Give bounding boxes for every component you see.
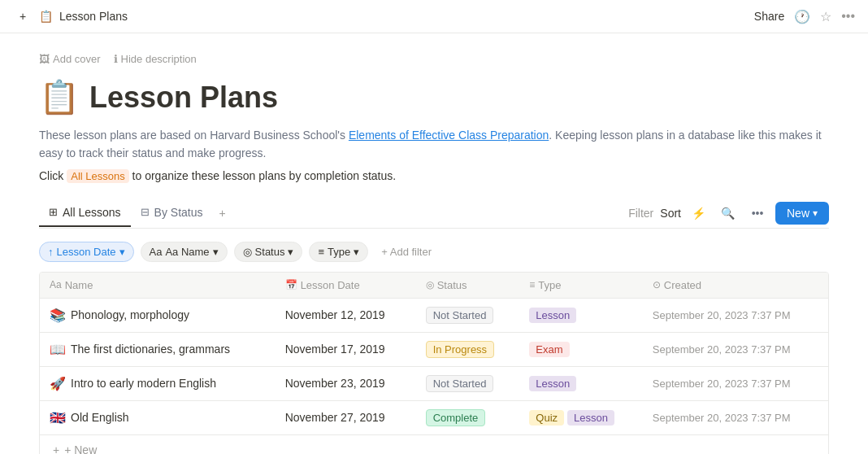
name-filter[interactable]: Aa Aa Name ▾ xyxy=(141,242,228,262)
description-link[interactable]: Elements of Effective Class Preparation xyxy=(349,129,549,142)
board-icon: ⊟ xyxy=(141,206,150,218)
cell-type-1: Exam xyxy=(519,332,642,366)
cell-name-2: 🚀Intro to early modern English xyxy=(40,366,276,400)
chevron-down-icon: ▾ xyxy=(354,246,359,258)
cell-type-3: QuizLesson xyxy=(519,400,642,434)
add-page-button[interactable]: + xyxy=(13,7,33,26)
more-options-button[interactable]: ••• xyxy=(746,202,769,225)
cell-date-1: November 17, 2019 xyxy=(276,332,416,366)
page-title-breadcrumb: Lesson Plans xyxy=(59,10,128,23)
col-name: Aa Name xyxy=(40,273,276,299)
cell-type-2: Lesson xyxy=(519,366,642,400)
info-icon: ℹ xyxy=(114,53,118,65)
lesson-date-filter[interactable]: ↑ Lesson Date ▾ xyxy=(39,242,134,262)
cell-created-1: September 20, 2023 7:37 PM xyxy=(643,332,828,366)
table-row[interactable]: 🇬🇧Old EnglishNovember 27, 2019CompleteQu… xyxy=(40,400,828,434)
sort-button[interactable]: Sort xyxy=(660,207,681,220)
chevron-down-icon: ▾ xyxy=(119,246,125,258)
add-filter-button[interactable]: + Add filter xyxy=(375,242,438,261)
cell-status-1: In Progress xyxy=(416,332,520,366)
table-row[interactable]: 📚Phonology, morphologyNovember 12, 2019N… xyxy=(40,298,828,332)
aa-icon: Aa xyxy=(50,279,62,290)
chevron-down-icon: ▾ xyxy=(288,246,293,258)
cell-date-0: November 12, 2019 xyxy=(276,298,416,332)
table-icon: ⊞ xyxy=(49,206,58,218)
star-icon[interactable]: ☆ xyxy=(820,9,831,24)
share-button[interactable]: Share xyxy=(754,10,784,23)
all-lessons-pill[interactable]: All Lessons xyxy=(67,169,128,183)
hide-desc-label: Hide description xyxy=(121,53,197,65)
image-icon: 🖼 xyxy=(39,53,50,65)
col-type: ≡ Type xyxy=(519,273,642,299)
page-content: 🖼 Add cover ℹ Hide description 📋 Lesson … xyxy=(0,33,868,454)
col-name-label: Name xyxy=(65,279,93,291)
row-name: The first dictionaries, grammars xyxy=(71,343,230,356)
col-lesson-date-label: Lesson Date xyxy=(301,279,360,291)
table-row[interactable]: 🚀Intro to early modern EnglishNovember 2… xyxy=(40,366,828,400)
history-icon[interactable]: 🕐 xyxy=(794,9,810,24)
chevron-down-icon: ▾ xyxy=(213,246,219,258)
cell-name-3: 🇬🇧Old English xyxy=(40,400,276,434)
row-name: Intro to early modern English xyxy=(71,377,216,390)
row-icon: 📖 xyxy=(50,342,66,357)
page-emoji: 📋 xyxy=(39,78,80,116)
row-icon: 🇬🇧 xyxy=(50,410,66,426)
top-bar-right: Share 🕐 ☆ ••• xyxy=(754,9,855,24)
tab-by-status-label: By Status xyxy=(154,206,203,219)
type-filter-label: Type xyxy=(328,246,350,258)
type-icon: ≡ xyxy=(529,279,535,290)
new-row-button[interactable]: + + New xyxy=(40,434,828,454)
cell-status-0: Not Started xyxy=(416,298,520,332)
col-lesson-date: 📅 Lesson Date xyxy=(276,273,416,299)
search-button[interactable]: 🔍 xyxy=(717,202,740,225)
type-badge: Quiz xyxy=(529,410,564,426)
type-filter[interactable]: ≡ Type ▾ xyxy=(309,242,368,262)
add-cover-action[interactable]: 🖼 Add cover xyxy=(39,53,101,65)
col-status-label: Status xyxy=(437,279,467,291)
row-name: Old English xyxy=(71,411,129,424)
cell-name-1: 📖The first dictionaries, grammars xyxy=(40,332,276,366)
cell-name-0: 📚Phonology, morphology xyxy=(40,298,276,332)
tab-by-status[interactable]: ⊟ By Status xyxy=(131,199,213,227)
add-cover-label: Add cover xyxy=(53,53,101,65)
lightning-button[interactable]: ⚡ xyxy=(688,202,710,225)
plus-icon: + xyxy=(219,207,226,220)
row-icon: 🚀 xyxy=(50,376,66,391)
status-badge: Complete xyxy=(426,409,486,426)
type-badge: Lesson xyxy=(567,410,614,426)
name-filter-label: Aa Name xyxy=(165,246,209,258)
tab-actions: Filter Sort ⚡ 🔍 ••• New ▾ xyxy=(628,199,829,228)
page-header: 📋 Lesson Plans xyxy=(39,78,829,116)
cell-date-3: November 27, 2019 xyxy=(276,400,416,434)
type-badge: Lesson xyxy=(529,376,576,391)
tab-all-lessons[interactable]: ⊞ All Lessons xyxy=(39,199,131,227)
cell-created-2: September 20, 2023 7:37 PM xyxy=(643,366,828,400)
hide-description-action[interactable]: ℹ Hide description xyxy=(114,53,197,65)
table-row[interactable]: 📖The first dictionaries, grammarsNovembe… xyxy=(40,332,828,366)
col-created-label: Created xyxy=(664,279,701,291)
more-icon[interactable]: ••• xyxy=(841,9,855,24)
calendar-icon: 📅 xyxy=(285,279,297,290)
filter-pills: ↑ Lesson Date ▾ Aa Aa Name ▾ ◎ Status ▾ … xyxy=(39,242,829,262)
cell-type-0: Lesson xyxy=(519,298,642,332)
top-bar-left: + 📋 Lesson Plans xyxy=(13,7,128,26)
page-title: Lesson Plans xyxy=(89,81,278,115)
status-badge: In Progress xyxy=(426,341,494,358)
add-view-button[interactable]: + xyxy=(213,200,232,226)
cell-date-2: November 23, 2019 xyxy=(276,366,416,400)
new-button[interactable]: New ▾ xyxy=(775,202,829,225)
table-header-row: Aa Name 📅 Lesson Date ◎ Status xyxy=(40,273,828,299)
new-button-caret: ▾ xyxy=(813,207,818,219)
list-icon: ≡ xyxy=(318,246,324,258)
status-icon: ◎ xyxy=(426,279,434,290)
top-bar: + 📋 Lesson Plans Share 🕐 ☆ ••• xyxy=(0,0,868,33)
cell-status-3: Complete xyxy=(416,400,520,434)
page-icon-small: 📋 xyxy=(39,10,53,23)
clock-icon: ⊙ xyxy=(653,279,661,290)
new-button-label: New xyxy=(787,207,809,220)
lesson-date-filter-label: Lesson Date xyxy=(57,246,116,258)
sort-up-icon: ↑ xyxy=(48,246,54,258)
click-hint: Click All Lessons to organize these less… xyxy=(39,169,829,182)
status-filter[interactable]: ◎ Status ▾ xyxy=(234,242,303,262)
col-created: ⊙ Created xyxy=(643,273,828,299)
